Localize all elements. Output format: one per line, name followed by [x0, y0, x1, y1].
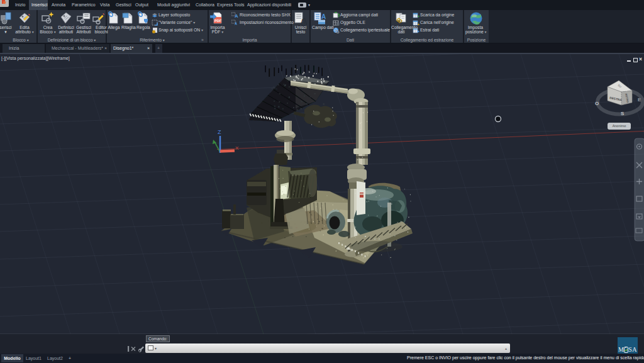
svg-text:Z: Z [218, 129, 221, 135]
svg-text:O: O [595, 101, 599, 106]
svg-text:S: S [621, 111, 625, 116]
svg-text:A: A [321, 13, 326, 20]
svg-text:A: A [301, 18, 306, 25]
svg-text:A: A [235, 13, 238, 18]
svg-text:X: X [235, 145, 239, 151]
svg-text:PDF: PDF [214, 19, 222, 23]
svg-text:E: E [638, 97, 641, 103]
